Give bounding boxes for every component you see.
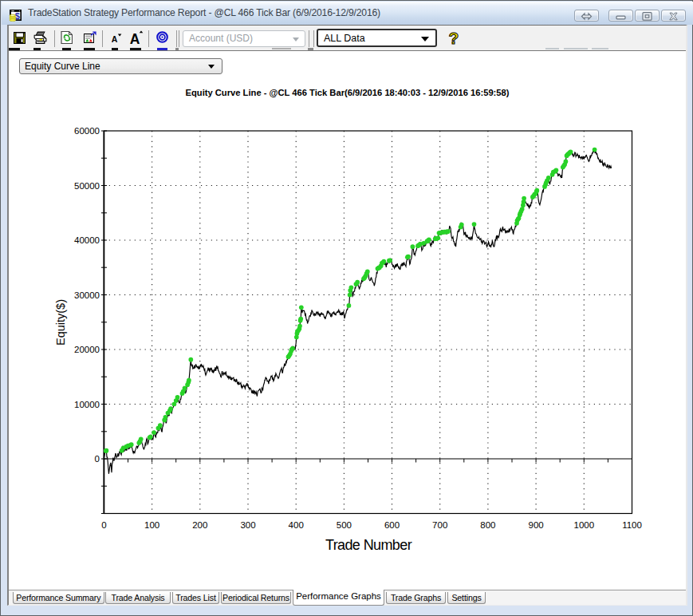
svg-text:400: 400: [289, 520, 304, 530]
svg-text:Equity($): Equity($): [54, 299, 67, 346]
svg-text:0: 0: [101, 520, 106, 530]
svg-text:800: 800: [480, 520, 495, 530]
svg-text:1000: 1000: [574, 520, 595, 530]
svg-text:40000: 40000: [74, 235, 100, 245]
svg-text:600: 600: [384, 520, 400, 530]
svg-text:?: ?: [449, 29, 459, 47]
svg-text:700: 700: [432, 520, 447, 530]
svg-text:500: 500: [337, 520, 352, 530]
svg-text:Trade Number: Trade Number: [325, 537, 412, 553]
svg-text:30000: 30000: [74, 290, 100, 300]
svg-text:200: 200: [192, 520, 207, 530]
svg-text:Equity Curve Line - @CL 466 Ti: Equity Curve Line - @CL 466 Tick Bar(6/9…: [186, 88, 510, 97]
svg-text:A: A: [130, 31, 140, 45]
svg-text:1100: 1100: [622, 520, 642, 530]
svg-text:50000: 50000: [74, 181, 100, 191]
svg-text:10000: 10000: [74, 400, 100, 409]
svg-text:60000: 60000: [74, 126, 100, 136]
svg-text:300: 300: [240, 520, 255, 530]
svg-text:20000: 20000: [74, 345, 100, 354]
svg-text:900: 900: [529, 520, 544, 530]
svg-text:A: A: [112, 34, 118, 43]
svg-text:0: 0: [95, 454, 100, 464]
svg-text:100: 100: [144, 520, 159, 530]
